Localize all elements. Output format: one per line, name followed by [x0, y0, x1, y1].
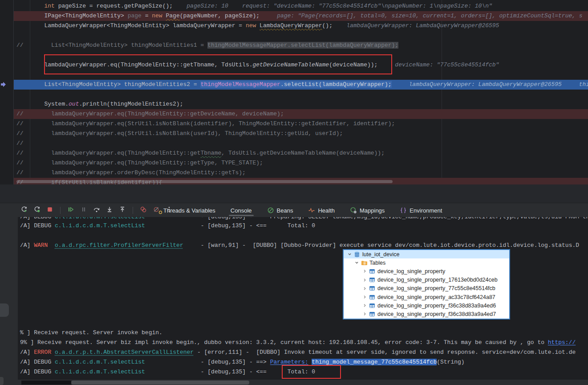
text-segment: - [debug,135] - <== Total: 0 [145, 222, 315, 229]
code-editor[interactable]: int pageSize = request.getPageSize(); pa… [0, 0, 588, 184]
tab-label: Health [318, 207, 335, 214]
table-icon [369, 277, 375, 283]
text-segment: page [128, 12, 142, 19]
editor-horizontal-scrollbar[interactable] [16, 180, 393, 183]
rerun-debug-icon [33, 206, 41, 215]
stop-button[interactable] [46, 206, 54, 214]
tab-environment[interactable]: Environment [398, 203, 444, 217]
tree-item-label: Tables [369, 260, 385, 266]
mappings-icon [350, 207, 357, 214]
text-segment: (deviceName)); [329, 61, 377, 68]
threads-icon [158, 210, 162, 214]
rerun-debug-button[interactable] [33, 206, 41, 214]
step-out-button[interactable] [118, 206, 126, 214]
tab-beans[interactable]: Beans [265, 203, 295, 217]
tree-item-label: device_log_single_property_77c55c8e45514… [377, 285, 495, 291]
tab-label: Threads & Variables [163, 207, 215, 214]
step-into-button[interactable] [105, 206, 114, 214]
text-segment: // List<ThingModelEntity> thingModelEnti… [16, 42, 207, 49]
text-segment: , TdsUtils.getDeviceNameTableName(device… [221, 150, 385, 156]
console-horizontal-scrollbar[interactable] [0, 380, 588, 385]
text-segment: // lambdaQueryWrapper.eq(ThingModelEntit… [16, 160, 263, 166]
code-line [14, 70, 588, 80]
text-segment: c.l.i.d.c.d.m.T.selectList [55, 217, 145, 220]
tree-item[interactable]: Tables [344, 258, 509, 267]
text-segment: c.l.i.d.c.d.m.T.selectList [55, 369, 145, 375]
debugger-tabs: Threads & VariablesConsoleBeansHealthMap… [157, 203, 444, 217]
text-segment: - [error,111] - [DUBBO] Invoke timeout a… [194, 349, 576, 356]
chevron-right-icon[interactable] [362, 269, 367, 273]
code-line [14, 31, 588, 41]
tab-mappings[interactable]: Mappings [348, 203, 386, 217]
beans-icon [267, 207, 274, 214]
tab-health[interactable]: Health [306, 203, 337, 217]
text-segment: - [debug,135] - <== Total: 0 [145, 369, 315, 375]
text-segment: - [warn,91] - [DUBBO] [Dubbo-Provider] e… [183, 242, 579, 249]
text-segment: // lambdaQueryWrapper.eq(StrUtil.isNotBl… [16, 120, 395, 127]
scrollbar-track-dark [21, 381, 71, 385]
tree-item[interactable]: device_log_single_property_17613e0bd0d24… [344, 276, 509, 284]
tree-item[interactable]: device_log_single_property_f36c38d83a9a4… [344, 301, 509, 310]
chevron-right-icon[interactable] [362, 303, 367, 307]
text-segment: = [142, 12, 152, 19]
resume-button[interactable] [67, 206, 75, 214]
text-segment: // lambdaQueryWrapper.eq(StrUtil.isNotBl… [16, 130, 343, 137]
text-segment: new [152, 12, 162, 19]
code-line: System.out.println(thingModelEntities2); [14, 99, 588, 109]
table-icon [369, 303, 375, 309]
text-segment: int [44, 3, 54, 9]
text-segment: out [69, 101, 79, 107]
console-link[interactable]: o.a.d.rpc.filter.ProfilerServerFilter [55, 242, 183, 249]
tree-item[interactable]: device_log_single_property_ac33c78cf6424… [344, 293, 509, 301]
code-line: // [14, 139, 588, 148]
tree-item[interactable]: device_log_single_property_f36c38d83a9a4… [344, 310, 509, 318]
step-over-button[interactable] [93, 206, 101, 214]
text-segment: List<ThingModelEntity> thingModelEntitie… [16, 81, 200, 88]
drawer-handle[interactable] [0, 303, 9, 317]
code-line: // List<ThingModelEntity> thingModelEnti… [14, 41, 588, 50]
text-segment: IPage<ThingModelEntity> [16, 12, 128, 19]
panel-header-strip [0, 184, 588, 203]
view-breakpoints-button[interactable] [139, 206, 147, 214]
chevron-right-icon[interactable] [362, 287, 367, 291]
console-link[interactable]: Parameters: [270, 359, 308, 365]
database-icon [354, 251, 360, 258]
code-line [14, 90, 588, 99]
pause-button[interactable] [80, 206, 88, 214]
tree-item[interactable]: device_log_single_property_77c55c8e45514… [344, 284, 509, 293]
resume-icon [67, 206, 74, 215]
text-segment: thingModelMessageMapper [200, 81, 280, 88]
text-segment: deviceName: "77c55c8e45514fcb" [377, 61, 499, 68]
chevron-right-icon[interactable] [362, 312, 367, 316]
text-segment: /A] DEBUG [20, 359, 55, 365]
tree-item-label: lute_iot_device [362, 251, 399, 258]
code-line: IPage<ThingModelEntity> page = new Page(… [14, 11, 588, 21]
scrollbar-thumb[interactable] [71, 381, 249, 385]
text-segment: new [246, 22, 256, 29]
console-line: /A] DEBUG c.l.i.d.c.d.m.T.selectList - [… [18, 221, 588, 231]
chevron-down-icon[interactable] [354, 261, 359, 265]
step-over-icon [93, 206, 100, 215]
tree-item-label: device_log_single_property_f36c38d83a9a4… [377, 303, 496, 309]
tab-console[interactable]: Console [229, 203, 254, 217]
tree-item[interactable]: lute_iot_device [344, 250, 509, 258]
code-line: // lambdaQueryWrapper.eq(StrUtil.isNotBl… [14, 129, 588, 139]
pause-icon [80, 206, 87, 215]
console-link[interactable]: https:// [548, 339, 576, 346]
rerun-button[interactable] [20, 206, 28, 214]
console-line: /A] DEBUG c.l.i.d.c.d.m.T.selectList - [… [18, 357, 588, 367]
tree-item[interactable]: device_log_single_property [344, 267, 509, 275]
tab-threads-variables[interactable]: Threads & Variables [157, 203, 217, 217]
health-icon [308, 207, 315, 214]
chevron-down-icon[interactable] [347, 252, 352, 256]
text-segment: System. [16, 101, 69, 107]
tree-item-label: device_log_single_property_17613e0bd0d24… [377, 277, 498, 283]
code-line: // lambdaQueryWrapper.eq(ThingModelEntit… [14, 148, 588, 158]
console-link[interactable]: o.a.d.r.p.t.h.AbstractServerCallListener [55, 349, 194, 356]
tab-label: Beans [277, 207, 293, 214]
chevron-right-icon[interactable] [362, 295, 367, 299]
toolbar-separator [133, 207, 133, 214]
chevron-right-icon[interactable] [362, 278, 367, 282]
text-segment: Tbname [200, 150, 221, 156]
text-segment: page: "Page{records=[], total=0, size=10… [260, 12, 583, 19]
